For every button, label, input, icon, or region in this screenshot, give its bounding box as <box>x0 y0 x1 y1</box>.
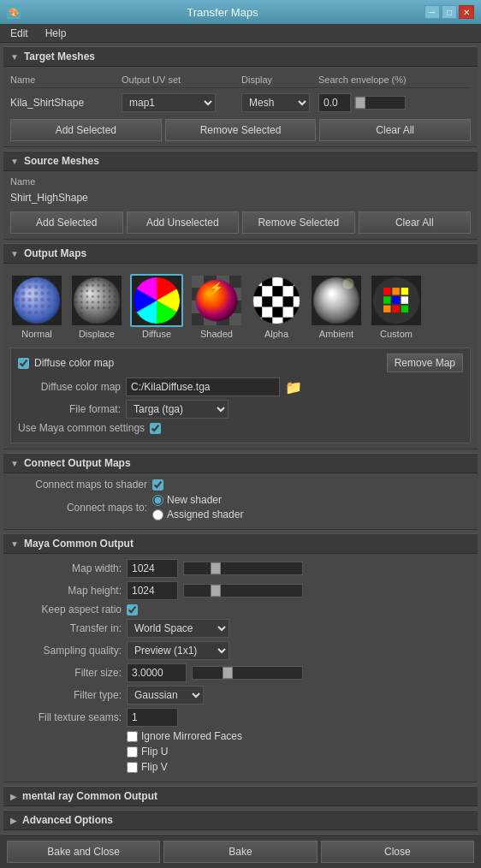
new-shader-label: New shader <box>167 494 222 506</box>
map-ambient[interactable]: Ambient <box>310 274 363 339</box>
target-display-select[interactable]: Mesh <box>241 93 310 112</box>
custom-label: Custom <box>380 329 413 339</box>
map-height-label: Map height: <box>10 585 122 597</box>
ignore-mirrored-text: Ignore Mirrored Faces <box>141 730 242 742</box>
ignore-mirrored-checkbox[interactable] <box>127 731 138 742</box>
map-height-slider[interactable] <box>183 584 303 597</box>
source-remove-button[interactable]: Remove Selected <box>242 211 355 234</box>
diffuse-check-label: Diffuse color map <box>34 357 114 369</box>
filter-size-slider[interactable] <box>192 666 303 680</box>
target-search-slider[interactable] <box>354 96 406 110</box>
maya-settings-checkbox[interactable] <box>150 423 161 434</box>
connect-output-body: Connect maps to shader Connect maps to: … <box>3 473 478 530</box>
map-custom[interactable]: Custom <box>370 274 423 339</box>
shaded-thumb <box>190 274 243 327</box>
map-displace[interactable]: Displace <box>70 274 123 339</box>
map-path-input[interactable]: C:/KilaDiffuse.tga <box>126 378 280 396</box>
fill-seams-row: Fill texture seams: 1 <box>10 708 471 727</box>
new-shader-option[interactable]: New shader <box>152 494 243 506</box>
target-meshes-label: Target Meshes <box>24 51 95 62</box>
flip-v-row: Flip V <box>10 761 471 773</box>
close-button[interactable]: ✕ <box>459 5 474 19</box>
transfer-in-select[interactable]: World Space Object Space Tangent Space <box>127 619 229 638</box>
assigned-shader-option[interactable]: Assigned shader <box>152 508 243 520</box>
target-uv-select[interactable]: map1 <box>122 93 216 112</box>
map-width-label: Map width: <box>10 562 122 574</box>
flip-v-checkbox[interactable] <box>127 762 138 773</box>
target-search-input[interactable]: 0.0 <box>318 93 351 112</box>
flip-u-checkbox[interactable] <box>127 746 138 758</box>
radio-group: New shader Assigned shader <box>152 494 243 520</box>
col-name: Name <box>10 74 122 85</box>
menu-edit[interactable]: Edit <box>7 26 32 41</box>
target-meshes-header[interactable]: ▼ Target Meshes <box>3 46 478 67</box>
map-shaded[interactable]: Shaded <box>190 274 243 339</box>
maya-common-label: Maya Common Output <box>24 538 134 550</box>
mental-ray-header[interactable]: ▶ mental ray Common Output <box>3 786 478 806</box>
file-format-row: File format: Targa (tga) <box>18 400 463 419</box>
menu-bar: Edit Help <box>0 24 481 43</box>
menu-help[interactable]: Help <box>42 26 70 41</box>
alpha-label: Alpha <box>264 329 288 339</box>
advanced-header[interactable]: ▶ Advanced Options <box>3 810 478 830</box>
keep-aspect-row: Keep aspect ratio <box>10 603 471 615</box>
map-width-slider[interactable] <box>183 562 303 575</box>
ignore-mirrored-group[interactable]: Ignore Mirrored Faces <box>127 730 242 742</box>
bake-close-button[interactable]: Bake and Close <box>7 841 160 863</box>
maximize-button[interactable]: □ <box>442 5 457 19</box>
connect-output-header[interactable]: ▼ Connect Output Maps <box>3 453 478 473</box>
source-add-button[interactable]: Add Selected <box>10 211 123 234</box>
keep-aspect-checkbox[interactable] <box>127 604 138 615</box>
connect-shader-row: Connect maps to shader <box>10 479 471 490</box>
maya-common-header[interactable]: ▼ Maya Common Output <box>3 533 478 554</box>
transfer-in-row: Transfer in: World Space Object Space Ta… <box>10 619 471 638</box>
source-clear-button[interactable]: Clear All <box>359 211 472 234</box>
sampling-select[interactable]: Preview (1x1) Low (4x4) Medium (8x8) Hig… <box>127 641 229 660</box>
maps-grid: Normal Displace Diffuse Shaded <box>10 269 471 344</box>
source-mesh-name: Shirt_HighShape <box>10 189 471 206</box>
flip-u-group[interactable]: Flip U <box>127 746 168 758</box>
flip-v-group[interactable]: Flip V <box>127 761 168 773</box>
map-normal[interactable]: Normal <box>10 274 63 339</box>
minimize-button[interactable]: ─ <box>425 5 440 19</box>
map-alpha[interactable]: Alpha <box>250 274 303 339</box>
map-height-input[interactable]: 1024 <box>127 581 178 600</box>
filter-size-input[interactable]: 3.0000 <box>127 663 187 682</box>
sampling-label: Sampling quality: <box>10 645 122 657</box>
target-add-button[interactable]: Add Selected <box>10 119 162 141</box>
fill-seams-input[interactable]: 1 <box>127 708 178 727</box>
col-uv: Output UV set <box>122 74 241 85</box>
target-remove-button[interactable]: Remove Selected <box>165 119 317 141</box>
remove-map-button[interactable]: Remove Map <box>387 354 463 372</box>
col-display: Display <box>241 74 318 85</box>
folder-icon[interactable]: 📁 <box>285 379 302 395</box>
flip-u-row: Flip U <box>10 746 471 758</box>
new-shader-radio[interactable] <box>152 495 163 506</box>
map-diffuse[interactable]: Diffuse <box>130 274 183 339</box>
title-bar: 🎨 Transfer Maps ─ □ ✕ <box>0 0 481 24</box>
maya-settings-label: Use Maya common settings <box>18 422 145 434</box>
target-table-header: Name Output UV set Display Search envelo… <box>10 72 471 88</box>
diffuse-label: Diffuse <box>142 329 171 339</box>
filter-type-select[interactable]: Gaussian Box Triangle Quadratic <box>127 686 204 705</box>
alpha-thumb <box>250 274 303 327</box>
map-width-input[interactable]: 1024 <box>127 559 178 578</box>
source-meshes-header[interactable]: ▼ Source Meshes <box>3 151 478 171</box>
displace-thumb <box>70 274 123 327</box>
assigned-shader-radio[interactable] <box>152 509 163 520</box>
diffuse-checkbox[interactable] <box>18 358 29 369</box>
connect-output-label: Connect Output Maps <box>24 457 131 469</box>
fill-seams-label: Fill texture seams: <box>10 711 122 723</box>
source-add-unsel-button[interactable]: Add Unselected <box>127 211 240 234</box>
output-maps-header[interactable]: ▼ Output Maps <box>3 243 478 264</box>
close-button[interactable]: Close <box>321 841 474 863</box>
diffuse-thumb <box>130 274 183 327</box>
connect-shader-checkbox[interactable] <box>152 479 163 490</box>
target-clear-button[interactable]: Clear All <box>319 119 471 141</box>
file-format-select[interactable]: Targa (tga) <box>126 400 229 419</box>
connect-output-section: ▼ Connect Output Maps Connect maps to sh… <box>3 453 478 530</box>
connect-to-row: Connect maps to: New shader Assigned sha… <box>10 494 471 520</box>
window-title: Transfer Maps <box>21 6 425 19</box>
output-maps-section: ▼ Output Maps Normal Displace Diffuse <box>3 243 478 449</box>
bake-button[interactable]: Bake <box>163 841 317 863</box>
